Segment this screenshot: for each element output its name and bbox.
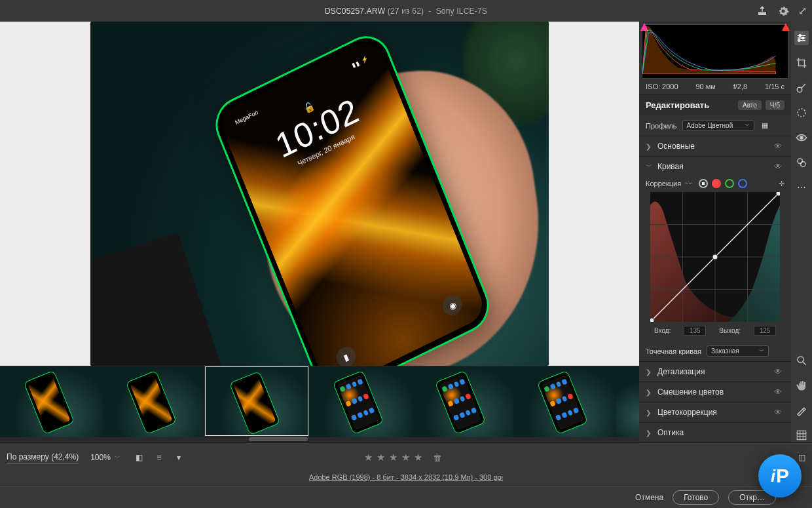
star-icon[interactable]: ★ (389, 452, 397, 463)
filmstrip-thumb-selected[interactable] (206, 367, 308, 435)
before-after-icon[interactable]: ◧ (134, 452, 145, 463)
chevron-right-icon: ❯ (646, 409, 654, 416)
zoom-tool[interactable] (794, 353, 809, 368)
filmstrip-scrollbar[interactable] (249, 437, 308, 441)
presets-tool[interactable] (794, 155, 809, 170)
chevron-right-icon: ❯ (646, 143, 654, 150)
section-color-grading[interactable]: ❯Цветокоррекция👁 (639, 402, 791, 422)
star-icon[interactable]: ★ (377, 452, 385, 463)
cancel-button[interactable]: Отмена (635, 493, 663, 502)
curve-input-label: Вход: (654, 327, 671, 334)
point-curve-select[interactable]: Заказная﹀ (707, 345, 769, 357)
ip-badge-logo: iP (758, 454, 802, 498)
tool-strip: ⋯ (791, 22, 812, 442)
section-color-mixer[interactable]: ❯Смешение цветов👁 (639, 382, 791, 402)
section-detail[interactable]: ❯Детализация👁 (639, 362, 791, 381)
channel-red[interactable] (712, 179, 721, 188)
filmstrip-thumb[interactable] (411, 366, 513, 437)
visibility-toggle-icon[interactable]: 👁 (774, 387, 784, 397)
curve-input-value[interactable] (684, 326, 706, 336)
done-button[interactable]: Готово (673, 490, 719, 505)
profile-select[interactable]: Adobe Цветной﹀ (682, 120, 755, 131)
star-icon[interactable]: ★ (414, 452, 422, 463)
healing-brush-tool[interactable] (794, 81, 809, 95)
svg-marker-1 (782, 23, 790, 31)
visibility-toggle-icon[interactable]: 👁 (774, 142, 784, 151)
image-canvas[interactable]: MegaFon ▮▮ ⚡ 🔓 10:02 Четверг, 20 января … (0, 22, 639, 366)
chevron-right-icon: ❯ (646, 368, 654, 376)
crop-tool[interactable] (794, 56, 809, 70)
filmstrip-thumb[interactable] (513, 366, 616, 437)
svg-point-22 (798, 159, 803, 164)
color-sampler-tool[interactable] (794, 403, 809, 418)
document-title: DSC05257.ARW (27 из 62) - Sony ILCE-7S (325, 7, 487, 16)
visibility-toggle-icon[interactable]: 👁 (774, 162, 784, 171)
tone-curve[interactable] (650, 192, 780, 322)
iso-value: ISO: 2000 (646, 83, 678, 90)
channel-green[interactable] (725, 179, 734, 188)
fit-zoom-label[interactable]: По размеру (42,4%) (7, 452, 79, 463)
metadata-footer[interactable]: Adobe RGB (1998) - 8 бит - 3834 x 2832 (… (0, 472, 812, 486)
masking-tool[interactable] (794, 106, 809, 120)
star-icon[interactable]: ★ (364, 452, 373, 463)
auto-button[interactable]: Авто (738, 100, 762, 110)
svg-line-25 (803, 362, 806, 365)
chevron-right-icon: ❯ (646, 389, 654, 396)
zoom-value[interactable]: 100% (90, 453, 111, 462)
profile-browser-icon[interactable]: ▦ (760, 121, 770, 131)
bw-button[interactable]: Ч/б (766, 100, 784, 110)
channel-blue[interactable] (738, 179, 747, 188)
svg-point-24 (798, 357, 803, 362)
focal-length-value: 90 мм (695, 83, 715, 90)
settings-icon[interactable] (777, 5, 789, 17)
chevron-down-icon: ﹀ (646, 162, 654, 171)
visibility-toggle-icon[interactable]: 👁 (774, 408, 784, 417)
targeted-adjust-icon[interactable]: ✛ (779, 180, 784, 188)
filename: DSC05257.ARW (325, 7, 385, 16)
sort-icon[interactable]: ≡ (153, 452, 165, 463)
histogram[interactable] (642, 24, 788, 79)
visibility-toggle-icon[interactable]: 👁 (774, 367, 784, 376)
filmstrip-thumb[interactable] (0, 366, 102, 437)
filter-icon[interactable]: ▾ (173, 452, 185, 463)
svg-point-18 (798, 39, 800, 41)
curve-output-value[interactable] (754, 326, 776, 336)
svg-point-21 (800, 136, 803, 140)
metadata-row: ISO: 2000 90 мм f/2,8 1/15 с (639, 79, 791, 95)
edit-panel: ISO: 2000 90 мм f/2,8 1/15 с Редактирова… (639, 22, 791, 442)
filmstrip (0, 366, 639, 442)
hand-tool[interactable] (794, 378, 809, 393)
section-curve[interactable]: ﹀ Кривая 👁 (639, 157, 791, 176)
profile-label: Профиль (646, 122, 677, 130)
parametric-curve-icon[interactable]: 〰 (685, 180, 692, 187)
star-icon[interactable]: ★ (401, 452, 410, 463)
svg-point-12 (776, 192, 780, 196)
shutter-value: 1/15 с (765, 83, 784, 90)
section-optics[interactable]: ❯Оптика (639, 423, 791, 442)
curve-output-label: Выход: (719, 327, 741, 334)
image-index: (27 из 62) (388, 7, 424, 16)
zoom-dropdown-icon[interactable]: ﹀ (115, 454, 120, 462)
svg-point-10 (650, 318, 654, 322)
filmstrip-thumb[interactable] (309, 366, 411, 437)
export-icon[interactable] (756, 5, 768, 17)
section-basic[interactable]: ❯ Основные 👁 (639, 136, 791, 156)
title-bar: DSC05257.ARW (27 из 62) - Sony ILCE-7S ⤢ (0, 0, 812, 22)
collapse-icon[interactable]: ⤢ (798, 5, 807, 17)
filmstrip-thumb[interactable] (616, 366, 639, 437)
redeye-tool[interactable] (794, 130, 809, 145)
compare-view-icon[interactable]: ◫ (798, 453, 805, 462)
svg-rect-26 (797, 431, 806, 440)
svg-point-20 (798, 109, 805, 117)
footer-actions: Отмена Готово Откр… (0, 486, 812, 508)
grid-toggle-tool[interactable] (794, 428, 809, 442)
rating-stars[interactable]: ★★★★★ 🗑 (364, 452, 442, 463)
highlight-clip-warning[interactable] (782, 23, 790, 31)
svg-point-23 (801, 162, 806, 167)
channel-rgb[interactable] (699, 179, 708, 188)
more-tool[interactable]: ⋯ (794, 180, 809, 195)
edit-sliders-tool[interactable] (794, 31, 809, 45)
filmstrip-thumb[interactable] (102, 366, 204, 437)
trash-icon[interactable]: 🗑 (433, 452, 442, 463)
chevron-right-icon: ❯ (646, 429, 654, 437)
